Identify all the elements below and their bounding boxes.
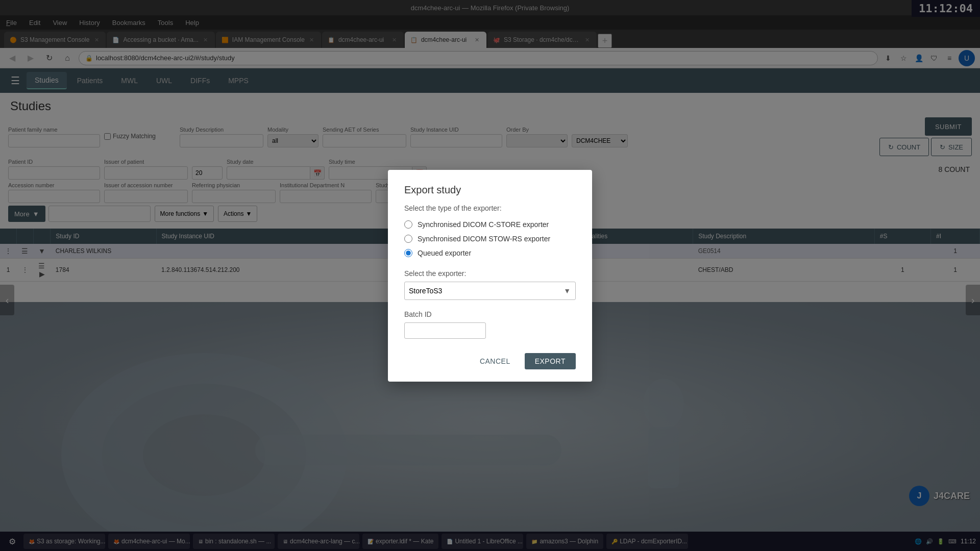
batch-id-label: Batch ID: [404, 310, 576, 318]
radio-queued-input[interactable]: [404, 249, 412, 257]
exporter-select-wrapper: StoreToS3 ▼: [404, 282, 576, 300]
modal-overlay: Export study Select the type of the expo…: [0, 0, 980, 551]
radio-sync-stow[interactable]: Synchronised DICOM STOW-RS exporter: [404, 235, 576, 243]
radio-sync-cstore[interactable]: Synchronised DICOM C-STORE exporter: [404, 220, 576, 229]
export-study-dialog: Export study Select the type of the expo…: [388, 170, 592, 382]
export-dialog-title: Export study: [404, 184, 576, 196]
cancel-button[interactable]: CANCEL: [472, 353, 519, 369]
select-exporter-label: Select the exporter:: [404, 269, 576, 278]
radio-queued[interactable]: Queued exporter: [404, 249, 576, 257]
radio-sync-stow-input[interactable]: [404, 235, 412, 243]
export-button[interactable]: EXPORT: [525, 353, 576, 369]
export-dialog-type-label: Select the type of the exporter:: [404, 204, 576, 212]
radio-sync-cstore-input[interactable]: [404, 220, 412, 229]
batch-id-input[interactable]: [404, 322, 486, 339]
exporter-type-radio-group: Synchronised DICOM C-STORE exporter Sync…: [404, 220, 576, 257]
exporter-select[interactable]: StoreToS3: [404, 282, 576, 300]
export-dialog-footer: CANCEL EXPORT: [404, 353, 576, 369]
